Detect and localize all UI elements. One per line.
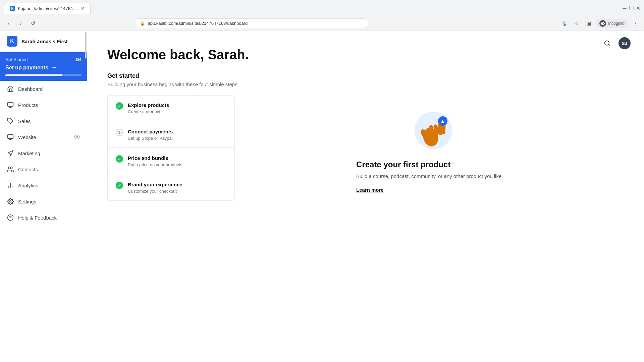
incognito-label: Incognito (608, 21, 625, 26)
close-button[interactable]: ✕ (636, 6, 640, 10)
url-text: app.kajabi.com/admin/sites/2147647163/da… (148, 21, 248, 26)
chart-icon (7, 182, 14, 189)
bookmark-icon[interactable]: ☆ (572, 19, 581, 28)
home-icon (7, 85, 14, 93)
tab-favicon: K (10, 6, 15, 11)
browser-tab[interactable]: K Kajabi - /admin/sites/214764716... ✕ (4, 3, 91, 14)
svg-point-6 (8, 167, 11, 169)
step-content: Brand your experience Customize your che… (128, 182, 182, 194)
step-title: Price and bundle (128, 155, 182, 161)
browser-nav-actions: 📡 ☆ ▣ Incognito ⋮ (560, 19, 640, 28)
brand-name: Sarah Jonas's First (21, 39, 68, 44)
ssl-lock-icon: 🔒 (140, 21, 145, 26)
svg-point-5 (76, 136, 78, 138)
hand-illustration: ▲ (410, 104, 457, 150)
sidebar-icon[interactable]: ▣ (584, 19, 593, 28)
step-connect-payments[interactable]: $ Connect payments Set up Stripe or Payp… (108, 122, 234, 148)
sidebar-item-website[interactable]: Website (0, 129, 87, 145)
svg-point-13 (605, 41, 609, 45)
section-title: Get started (107, 72, 624, 79)
steps-list: ✓ Explore products Create a product $ Co… (107, 95, 235, 201)
sidebar-scrollbar-thumb (85, 32, 87, 59)
section-subtitle: Building your business begins with these… (107, 81, 624, 87)
get-started-section: Get started Building your business begin… (107, 72, 624, 201)
step-content: Explore products Create a product (128, 102, 169, 114)
window-controls: ─ ❐ ✕ (623, 6, 640, 10)
reload-button[interactable]: ↺ (28, 19, 38, 28)
create-product-panel: Create your first product Build a course… (356, 160, 511, 193)
step-brand-experience[interactable]: ✓ Brand your experience Customize your c… (108, 175, 234, 200)
gear-icon (7, 198, 14, 205)
eye-badge-icon (73, 134, 80, 140)
sidebar-item-label: Help & Feedback (18, 215, 80, 221)
sidebar: K Sarah Jonas's First Get Started 3/4 Se… (0, 31, 87, 362)
tab-close-button[interactable]: ✕ (81, 6, 85, 11)
minimize-button[interactable]: ─ (623, 6, 627, 10)
get-started-arrow-icon: → (51, 64, 57, 71)
get-started-banner[interactable]: Get Started 3/4 Set up payments → (0, 52, 87, 81)
progress-bar-fill (5, 74, 62, 76)
svg-text:▲: ▲ (440, 118, 445, 124)
step-desc: Put a price on your products (128, 162, 182, 167)
sidebar-item-label: Settings (18, 199, 80, 204)
get-started-title: Set up payments (5, 65, 48, 71)
step-content: Connect payments Set up Stripe or Paypal (128, 129, 173, 141)
maximize-button[interactable]: ❐ (629, 6, 633, 10)
help-icon (7, 214, 14, 221)
step-title: Brand your experience (128, 182, 182, 187)
user-avatar[interactable]: SJ (619, 37, 631, 49)
menu-icon[interactable]: ⋮ (631, 19, 640, 28)
search-button[interactable] (601, 37, 613, 49)
sidebar-item-label: Analytics (18, 183, 80, 188)
address-bar[interactable]: 🔒 app.kajabi.com/admin/sites/2147647163/… (134, 18, 369, 28)
incognito-badge: Incognito (596, 19, 628, 28)
back-button[interactable]: ‹ (4, 19, 13, 28)
sidebar-item-contacts[interactable]: Contacts (0, 161, 87, 177)
sidebar-item-marketing[interactable]: Marketing (0, 145, 87, 161)
sidebar-item-label: Website (18, 134, 69, 140)
welcome-heading: Welcome back, Sarah. (107, 47, 624, 62)
sidebar-item-analytics[interactable]: Analytics (0, 177, 87, 193)
sidebar-item-label: Sales (18, 118, 80, 124)
right-panel: ▲ Create your first product Build a cour… (243, 95, 624, 201)
progress-bar-background (5, 74, 82, 76)
learn-more-link[interactable]: Learn more (356, 187, 511, 193)
create-product-heading: Create your first product (356, 160, 511, 169)
step-price-bundle[interactable]: ✓ Price and bundle Put a price on your p… (108, 148, 234, 174)
tab-title: Kajabi - /admin/sites/214764716... (18, 6, 78, 11)
step-check-icon: ✓ (116, 102, 123, 110)
steps-container: ✓ Explore products Create a product $ Co… (107, 95, 624, 201)
main-nav: Dashboard Products Sales Website (0, 81, 87, 226)
app-logo: K (7, 36, 17, 47)
box-icon (7, 101, 14, 109)
sidebar-scrollbar[interactable] (85, 31, 87, 362)
sidebar-item-label: Contacts (18, 167, 80, 172)
forward-button[interactable]: › (16, 19, 25, 28)
sidebar-item-dashboard[interactable]: Dashboard (0, 81, 87, 97)
sidebar-item-settings[interactable]: Settings (0, 193, 87, 209)
tag-icon (7, 117, 14, 125)
step-desc: Create a product (128, 109, 169, 114)
get-started-label: Get Started (5, 57, 28, 62)
sidebar-item-sales[interactable]: Sales (0, 113, 87, 129)
megaphone-icon (7, 149, 14, 157)
person-icon (7, 166, 14, 173)
svg-rect-2 (8, 135, 13, 139)
step-explore-products[interactable]: ✓ Explore products Create a product (108, 96, 234, 121)
step-check-icon: ✓ (116, 182, 123, 189)
monitor-icon (7, 133, 14, 141)
get-started-count: 3/4 (75, 57, 82, 62)
step-title: Explore products (128, 102, 169, 108)
step-title: Connect payments (128, 129, 173, 134)
create-product-desc: Build a course, podcast, community, or a… (356, 173, 511, 179)
svg-rect-0 (8, 103, 13, 107)
sidebar-item-products[interactable]: Products (0, 97, 87, 113)
main-content: SJ Welcome back, Sarah. Get started Buil… (87, 31, 644, 362)
app-header: SJ (601, 37, 631, 49)
cast-icon[interactable]: 📡 (560, 19, 569, 28)
new-tab-button[interactable]: + (93, 4, 103, 13)
svg-rect-19 (442, 124, 446, 134)
illustration-container: ▲ (410, 104, 457, 152)
sidebar-item-help[interactable]: Help & Feedback (0, 209, 87, 226)
svg-point-10 (10, 201, 11, 202)
